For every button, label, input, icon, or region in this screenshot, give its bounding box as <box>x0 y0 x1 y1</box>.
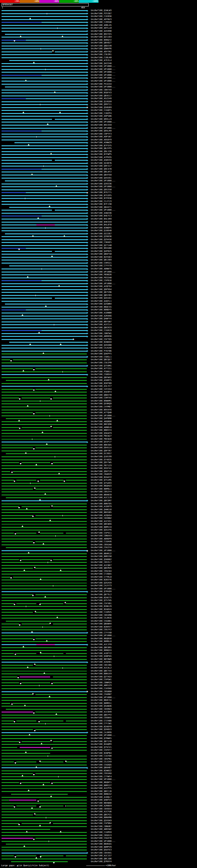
hit-bar[interactable] <box>2 426 89 429</box>
hit-bar[interactable] <box>2 12 89 16</box>
hit-label[interactable]: UniRef100_A8Q0D8 <box>91 421 111 423</box>
hit-bar[interactable] <box>2 400 89 403</box>
hit-label[interactable]: UniRef100_B8MVJ4 <box>91 526 111 528</box>
hit-label[interactable]: UniRef100_C0NM29 <box>91 682 111 684</box>
hit-bar[interactable] <box>2 467 89 470</box>
hit-bar[interactable] <box>2 711 89 714</box>
hit-label[interactable]: UniRef100_UP1000... <box>91 68 116 70</box>
hit-label[interactable]: UniRef100_Q873L2 <box>91 594 111 596</box>
hit-bar[interactable] <box>2 347 89 350</box>
hit-bar[interactable] <box>2 573 89 576</box>
hit-bar[interactable] <box>2 517 89 520</box>
hit-label[interactable]: UniRef100_C0S2Y4 <box>91 491 111 493</box>
hit-label[interactable]: UniRef100_C8VDS4 <box>91 808 111 810</box>
hit-label[interactable]: UniRef100_UP1000... <box>91 180 116 182</box>
hit-label[interactable]: UniRef100_B8MDL8 <box>91 641 111 643</box>
hit-label[interactable]: UniRef100_C7YJW1 <box>91 723 111 725</box>
hit-label[interactable]: UniRef100_A9S8Y9 <box>91 139 111 141</box>
hit-bar[interactable] <box>2 784 89 787</box>
hit-label[interactable]: UniRef100_C4JY73 <box>91 585 111 587</box>
hit-label[interactable]: UniRef100_C1BZP4 <box>91 113 111 115</box>
hit-bar[interactable] <box>2 33 89 36</box>
hit-bar[interactable] <box>2 273 89 277</box>
hit-bar[interactable] <box>2 402 89 405</box>
hit-bar[interactable] <box>2 329 89 332</box>
hit-label[interactable]: UniRef100_A9TLL0 <box>91 27 111 29</box>
hit-label[interactable]: UniRef100_B0XWD8 <box>91 802 111 804</box>
hit-bar[interactable] <box>2 658 89 661</box>
hit-bar[interactable] <box>2 297 89 300</box>
hit-bar[interactable] <box>2 91 89 95</box>
hit-bar[interactable] <box>2 540 89 544</box>
hit-label[interactable]: UniRef100_Q6VE17 <box>91 95 111 97</box>
hit-bar[interactable] <box>2 816 89 819</box>
hit-label[interactable]: UniRef100_C1E856 <box>91 16 111 18</box>
hit-bar[interactable] <box>2 50 89 53</box>
hit-bar[interactable] <box>2 24 89 27</box>
hit-bar[interactable] <box>2 549 89 552</box>
hit-label[interactable]: UniRef100_Q39336 <box>91 183 111 185</box>
hit-label[interactable]: UniRef100_Q6JYP5 <box>91 148 111 150</box>
hit-bar[interactable] <box>2 473 89 476</box>
hit-bar[interactable] <box>2 799 89 802</box>
hit-bar[interactable] <box>2 291 89 294</box>
hit-label[interactable]: UniRef100_B4L8T0 <box>91 224 111 226</box>
hit-label[interactable]: UniRef100_Q84471 <box>91 206 111 209</box>
hit-label[interactable]: UniRef100_C1GQF5 <box>91 109 111 112</box>
hit-bar[interactable] <box>2 526 89 529</box>
hit-label[interactable]: UniRef100_Q99711 <box>91 103 111 105</box>
hit-label[interactable]: UniRef100_Q4PBM0 <box>91 417 111 420</box>
hit-label[interactable]: UniRef100_A9RL45 <box>91 24 111 27</box>
hit-label[interactable]: UniRef100_Q6CQE7 <box>91 359 111 361</box>
hit-label[interactable]: UniRef100_Q29456 <box>91 239 111 241</box>
hit-bar[interactable] <box>2 734 89 737</box>
hit-bar[interactable] <box>2 634 89 638</box>
hit-label[interactable]: UniRef100_B9IYE5 <box>91 33 111 35</box>
hit-label[interactable]: UniRef100_UP1000... <box>91 127 116 129</box>
hit-bar[interactable] <box>2 341 89 344</box>
hit-label[interactable]: UniRef100_A6RIW2 <box>91 828 111 831</box>
hit-bar[interactable] <box>2 687 89 690</box>
hit-bar[interactable] <box>2 103 89 106</box>
hit-bar[interactable] <box>2 725 89 728</box>
hit-label[interactable]: UniRef100_C5P016 <box>91 280 111 282</box>
hit-bar[interactable] <box>2 755 89 758</box>
hit-label[interactable]: UniRef100_C0S5M8 <box>91 614 111 616</box>
hit-bar[interactable] <box>2 781 89 784</box>
hit-label[interactable]: UniRef100_P78706 <box>91 350 111 352</box>
hit-bar[interactable] <box>2 312 89 315</box>
hit-label[interactable]: UniRef100_UP1000... <box>91 80 116 82</box>
hit-label[interactable]: UniRef100_Q59RQ9 <box>91 403 111 405</box>
hit-bar[interactable] <box>2 740 89 743</box>
hit-bar[interactable] <box>2 226 89 229</box>
hit-label[interactable]: UniRef100_C0SB60 <box>91 691 111 693</box>
hit-bar[interactable] <box>2 229 89 232</box>
hit-bar[interactable] <box>2 48 89 51</box>
hit-label[interactable]: UniRef100_Q21164 <box>91 36 111 38</box>
hit-bar[interactable] <box>2 253 89 256</box>
hit-label[interactable]: UniRef100_C1H3K8 <box>91 688 111 690</box>
hit-label[interactable]: UniRef100_Q4WTV3 <box>91 799 111 801</box>
hit-bar[interactable] <box>2 153 89 156</box>
hit-label[interactable]: UniRef100_B2B3T6 <box>91 579 111 581</box>
hit-label[interactable]: UniRef100_C0SD13 <box>91 834 111 837</box>
hit-bar[interactable] <box>2 350 89 353</box>
hit-bar[interactable] <box>2 790 89 793</box>
hit-label[interactable]: UniRef100_C0H7X9 <box>91 89 111 91</box>
hit-label[interactable]: UniRef100_A1DNB0 <box>91 312 111 314</box>
hit-label[interactable]: UniRef100_Q0UHB7 <box>91 767 111 769</box>
hit-label[interactable]: UniRef100_C1MZU8 <box>91 21 111 23</box>
hit-bar[interactable] <box>2 182 89 185</box>
hit-label[interactable]: UniRef100_C0NTW1 <box>91 333 111 335</box>
hit-label[interactable]: UniRef100_B8NXM8 <box>91 816 111 819</box>
hit-bar[interactable] <box>2 845 89 848</box>
hit-label[interactable]: UniRef100_Q2H8S3 <box>91 728 111 731</box>
hit-bar[interactable] <box>2 362 89 365</box>
hit-bar[interactable] <box>2 62 89 65</box>
hit-bar[interactable] <box>2 546 89 549</box>
hit-bar[interactable] <box>2 678 89 681</box>
hit-label[interactable]: UniRef100_A2QUG4 <box>91 515 111 517</box>
hit-bar[interactable] <box>2 235 89 238</box>
hit-label[interactable]: UniRef100_C5DGL1 <box>91 356 111 358</box>
hit-label[interactable]: UniRef100_Q9UT19 <box>91 470 111 473</box>
